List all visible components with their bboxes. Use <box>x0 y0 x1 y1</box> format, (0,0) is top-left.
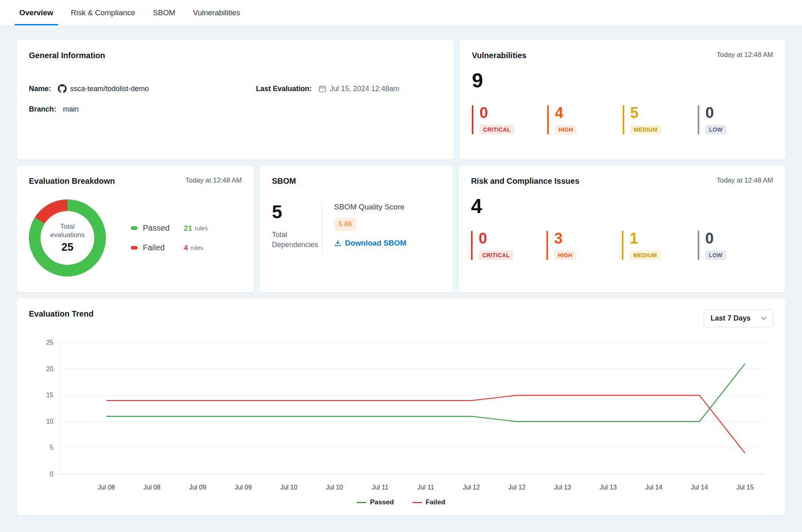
calendar-icon <box>319 85 326 93</box>
severity-high: 3 HIGH <box>546 231 622 260</box>
download-sbom-link[interactable]: Download SBOM <box>334 239 406 248</box>
evaluation-donut: Total evaluations 25 <box>29 199 106 276</box>
failed-label: Failed <box>143 243 184 252</box>
svg-text:Jul 13: Jul 13 <box>554 484 571 491</box>
svg-text:Jul 09: Jul 09 <box>189 484 206 491</box>
severity-badge: CRITICAL <box>479 250 514 260</box>
tab-risk-compliance[interactable]: Risk & Compliance <box>62 0 144 25</box>
tab-bar: Overview Risk & Compliance SBOM Vulnerab… <box>0 0 802 26</box>
severity-bar <box>471 231 473 260</box>
svg-text:Jul 10: Jul 10 <box>280 484 298 491</box>
vulnerabilities-severity-row: 0 CRITICAL 4 HIGH 5 <box>472 105 773 134</box>
passed-dot-icon <box>131 226 138 230</box>
evaluation-breakdown-card: Evaluation Breakdown Today at 12:48 AM T… <box>16 165 254 292</box>
vulnerabilities-card: Vulnerabilities Today at 12:48 AM 9 0 CR… <box>459 39 786 160</box>
github-icon <box>58 84 67 93</box>
last-evaluation-value: Jul 15, 2024 12:48am <box>330 85 399 93</box>
svg-text:Jul 15: Jul 15 <box>737 484 754 491</box>
severity-bar <box>698 231 699 260</box>
sbom-quality-score-label: SBOM Quality Score <box>334 203 406 211</box>
last-evaluation-label: Last Evaluation: <box>256 85 312 93</box>
svg-text:5: 5 <box>50 444 53 451</box>
date-range-dropdown[interactable]: Last 7 Days <box>704 309 773 327</box>
severity-count: 0 <box>479 105 488 121</box>
branch-label: Branch: <box>29 105 56 114</box>
severity-bar <box>546 231 548 260</box>
severity-count: 0 <box>479 231 487 247</box>
passed-unit: rules <box>195 225 208 231</box>
risk-compliance-title: Risk and Compliance Issues <box>471 177 579 186</box>
severity-count: 4 <box>555 105 563 121</box>
legend-failed-label: Failed <box>426 498 445 506</box>
tab-sbom[interactable]: SBOM <box>144 0 184 25</box>
legend-failed-row: Failed 4 rules <box>131 243 208 252</box>
repo-name-row: Name: ssca-team/todolist-demo <box>29 84 256 93</box>
tab-overview[interactable]: Overview <box>10 0 62 25</box>
name-label: Name: <box>29 85 51 93</box>
severity-badge: MEDIUM <box>629 250 660 260</box>
general-information-card: General Information Name: ssca-team/todo… <box>16 39 454 160</box>
failed-dot-icon <box>131 246 138 250</box>
donut-center-value: 25 <box>61 241 73 254</box>
legend-failed: Failed <box>412 498 445 506</box>
svg-text:Jul 13: Jul 13 <box>600 484 617 491</box>
severity-bar <box>622 231 623 260</box>
branch-row: Branch: main <box>29 105 256 114</box>
svg-text:15: 15 <box>46 392 53 398</box>
svg-text:Jul 12: Jul 12 <box>463 484 480 491</box>
vulnerabilities-total: 9 <box>472 71 773 91</box>
severity-low: 0 LOW <box>698 105 773 134</box>
severity-count: 1 <box>629 231 638 247</box>
evaluation-trend-card: Evaluation Trend Last 7 Days 0510152025J… <box>16 298 786 516</box>
severity-badge: HIGH <box>555 125 577 134</box>
evaluation-trend-chart: 0510152025Jul 08Jul 08Jul 09Jul 09Jul 10… <box>29 335 773 496</box>
passed-count: 21 <box>184 224 192 233</box>
severity-critical: 0 CRITICAL <box>471 231 546 260</box>
tab-vulnerabilities[interactable]: Vulnerabilities <box>184 0 249 25</box>
evaluation-breakdown-title: Evaluation Breakdown <box>29 177 115 186</box>
legend-passed-label: Passed <box>370 498 394 506</box>
severity-badge: MEDIUM <box>630 125 661 134</box>
svg-text:10: 10 <box>46 418 53 425</box>
severity-medium: 1 MEDIUM <box>622 231 697 260</box>
severity-bar <box>698 105 699 134</box>
passed-label: Passed <box>143 223 184 233</box>
donut-center-label: Total evaluations <box>48 222 87 240</box>
svg-text:Jul 12: Jul 12 <box>508 484 526 491</box>
svg-text:Jul 11: Jul 11 <box>372 484 389 491</box>
severity-count: 3 <box>554 231 562 247</box>
branch-value: main <box>63 105 79 114</box>
svg-text:Jul 08: Jul 08 <box>98 484 115 491</box>
risk-severity-row: 0 CRITICAL 3 HIGH 1 <box>471 231 773 260</box>
severity-bar <box>472 105 473 134</box>
chevron-down-icon <box>761 317 766 320</box>
failed-line-icon <box>412 502 422 503</box>
tab-vulnerabilities-label: Vulnerabilities <box>193 8 240 17</box>
legend-passed-row: Passed 21 rules <box>131 223 208 233</box>
vulnerabilities-title: Vulnerabilities <box>472 51 526 60</box>
failed-unit: rules <box>191 244 204 251</box>
page: Overview Risk & Compliance SBOM Vulnerab… <box>0 0 802 525</box>
evaluation-breakdown-timestamp: Today at 12:48 AM <box>185 177 242 185</box>
svg-text:Jul 10: Jul 10 <box>326 484 343 491</box>
total-dependencies-label: Total Dependencies <box>272 230 316 250</box>
severity-count: 5 <box>630 105 639 121</box>
download-icon <box>334 240 341 247</box>
risk-compliance-card: Risk and Compliance Issues Today at 12:4… <box>459 165 786 292</box>
date-range-label: Last 7 Days <box>711 314 751 323</box>
dashboard-content: General Information Name: ssca-team/todo… <box>0 26 802 525</box>
evaluation-trend-title: Evaluation Trend <box>29 309 93 319</box>
severity-count: 0 <box>705 105 714 121</box>
last-evaluation-row: Last Evaluation: Jul 15, 2024 12:48am <box>256 84 442 93</box>
donut-center: Total evaluations 25 <box>41 211 94 265</box>
severity-badge: LOW <box>705 250 726 260</box>
severity-bar <box>623 105 624 134</box>
severity-critical: 0 CRITICAL <box>472 105 547 134</box>
trend-legend: Passed Failed <box>29 498 773 506</box>
svg-text:Jul 08: Jul 08 <box>143 484 160 491</box>
severity-medium: 5 MEDIUM <box>623 105 698 134</box>
risk-compliance-timestamp: Today at 12:48 AM <box>717 177 773 185</box>
passed-line-icon <box>357 502 366 503</box>
vulnerabilities-timestamp: Today at 12:48 AM <box>717 51 773 59</box>
severity-badge: HIGH <box>554 250 576 260</box>
